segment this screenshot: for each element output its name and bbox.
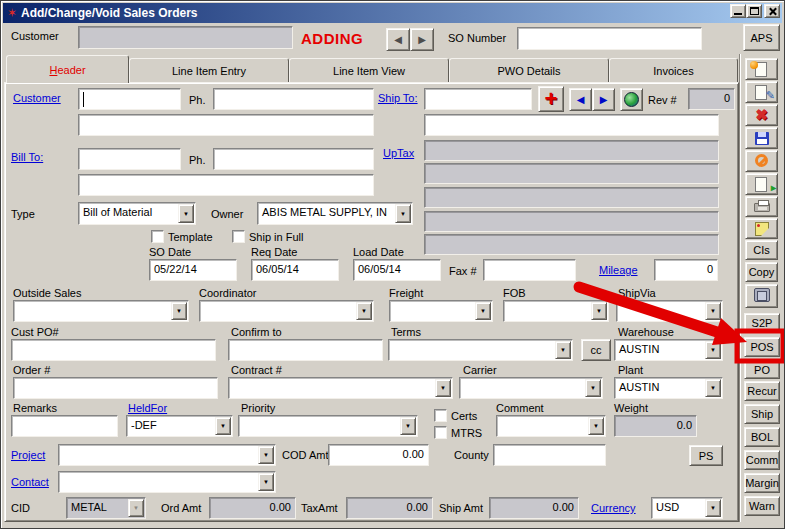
s2p-button[interactable]: S2P	[744, 313, 780, 333]
chevron-down-icon[interactable]: ▼	[258, 473, 274, 491]
freight-dropdown[interactable]: ▼	[389, 300, 493, 322]
ship-to-address-input[interactable]	[424, 114, 719, 136]
chevron-down-icon[interactable]: ▼	[475, 302, 491, 320]
cis-button[interactable]: CIs	[745, 240, 778, 260]
chevron-down-icon[interactable]: ▼	[400, 417, 416, 435]
chevron-down-icon[interactable]: ▼	[705, 302, 721, 320]
project-link[interactable]: Project	[11, 449, 45, 461]
margin-button[interactable]: Margin	[744, 473, 780, 493]
currency-dropdown[interactable]: USD▼	[651, 497, 723, 519]
customer-phone-input[interactable]	[213, 88, 374, 110]
ship-in-full-checkbox[interactable]	[232, 230, 245, 243]
chevron-down-icon[interactable]: ▼	[215, 417, 231, 435]
delete-record-button[interactable]: ✖	[745, 104, 778, 126]
chevron-down-icon[interactable]: ▼	[705, 499, 721, 517]
exit-form-button[interactable]: ▸	[745, 173, 778, 195]
shipvia-dropdown[interactable]: ▼	[616, 300, 723, 322]
contact-dropdown[interactable]: ▼	[58, 471, 276, 493]
chevron-down-icon[interactable]: ▼	[588, 417, 604, 435]
new-record-button[interactable]	[745, 58, 778, 80]
so-date-input[interactable]: 05/22/14	[149, 259, 237, 281]
remarks-input[interactable]	[11, 415, 118, 437]
prev-ship-to-button[interactable]: ◀	[569, 88, 592, 111]
vault-button[interactable]	[745, 284, 778, 308]
cust-po-input[interactable]	[11, 339, 216, 361]
prev-record-button[interactable]: ◀	[386, 28, 410, 51]
ship-to-link[interactable]: Ship To:	[378, 92, 418, 104]
chevron-down-icon[interactable]: ▼	[356, 302, 372, 320]
chevron-down-icon[interactable]: ▼	[705, 379, 721, 397]
outside-sales-dropdown[interactable]: ▼	[13, 300, 189, 322]
chevron-down-icon[interactable]: ▼	[585, 379, 601, 397]
heldfor-link[interactable]: HeldFor	[128, 402, 167, 414]
template-checkbox[interactable]	[151, 230, 164, 243]
minimize-icon[interactable]	[730, 4, 746, 18]
print-button[interactable]	[745, 196, 778, 217]
order-number-input[interactable]	[13, 377, 218, 399]
comm-button[interactable]: Comm	[744, 450, 780, 470]
pos-button[interactable]: POS	[744, 337, 780, 357]
recur-button[interactable]: Recur	[744, 381, 780, 401]
bill-to-code-input[interactable]	[78, 148, 181, 170]
priority-dropdown[interactable]: ▼	[238, 415, 418, 437]
plant-dropdown[interactable]: AUSTIN▼	[614, 377, 723, 399]
tab-header[interactable]: Header	[6, 55, 129, 83]
ps-button[interactable]: PS	[689, 445, 723, 466]
cod-amt-input[interactable]: 0.00	[328, 444, 429, 466]
carrier-dropdown[interactable]: ▼	[459, 377, 603, 399]
chevron-down-icon[interactable]: ▼	[178, 204, 194, 223]
warehouse-dropdown[interactable]: AUSTIN▼	[614, 339, 723, 361]
coordinator-dropdown[interactable]: ▼	[199, 300, 374, 322]
tab-invoices[interactable]: Invoices	[609, 58, 738, 83]
next-ship-to-button[interactable]: ▶	[592, 88, 615, 111]
save-record-button[interactable]	[745, 127, 778, 149]
uptax-link[interactable]: UpTax	[383, 147, 414, 159]
county-input[interactable]	[493, 444, 606, 466]
confirm-to-input[interactable]	[228, 339, 383, 361]
copy-button[interactable]: Copy	[745, 262, 778, 282]
project-dropdown[interactable]: ▼	[58, 444, 276, 466]
next-record-button[interactable]: ▶	[410, 28, 434, 51]
chevron-down-icon[interactable]: ▼	[258, 446, 274, 464]
bol-button[interactable]: BOL	[744, 427, 780, 447]
bill-to-link[interactable]: Bill To:	[11, 151, 43, 163]
req-date-input[interactable]: 06/05/14	[251, 259, 339, 281]
tab-pwo-details[interactable]: PWO Details	[449, 58, 609, 83]
certs-checkbox[interactable]	[434, 409, 447, 422]
ship-button[interactable]: Ship	[744, 404, 780, 424]
comment-dropdown[interactable]: ▼	[496, 415, 606, 437]
load-date-input[interactable]: 06/05/14	[353, 259, 441, 281]
add-ship-to-button[interactable]: +	[538, 86, 564, 112]
contract-dropdown[interactable]: ▼	[228, 377, 453, 399]
heldfor-dropdown[interactable]: -DEF▼	[126, 415, 233, 437]
notes-button[interactable]	[745, 218, 778, 239]
customer-address-input[interactable]	[78, 114, 374, 136]
owner-dropdown[interactable]: ABIS METAL SUPPLY, IN ▼	[257, 202, 413, 225]
tab-line-item-entry[interactable]: Line Item Entry	[129, 58, 289, 83]
chevron-down-icon[interactable]: ▼	[435, 379, 451, 397]
mileage-link[interactable]: Mileage	[599, 264, 638, 276]
warn-button[interactable]: Warn	[744, 496, 780, 516]
terms-dropdown[interactable]: ▼	[388, 339, 573, 361]
fax-input[interactable]	[483, 259, 576, 281]
po-button[interactable]: PO	[744, 360, 780, 379]
currency-link[interactable]: Currency	[591, 502, 636, 514]
customer-link[interactable]: Customer	[13, 92, 75, 104]
cc-button[interactable]: cc	[581, 339, 611, 361]
type-dropdown[interactable]: Bill of Material ▼	[78, 202, 196, 225]
edit-record-button[interactable]: ✎	[745, 81, 778, 103]
close-icon[interactable]	[764, 4, 780, 18]
aps-button[interactable]: APS	[743, 24, 780, 51]
map-button[interactable]	[620, 88, 643, 111]
contact-link[interactable]: Contact	[11, 476, 49, 488]
mtrs-checkbox[interactable]	[434, 426, 447, 439]
chevron-down-icon[interactable]: ▼	[171, 302, 187, 320]
chevron-down-icon[interactable]: ▼	[705, 341, 721, 359]
fob-dropdown[interactable]: ▼	[503, 300, 609, 322]
bill-to-address-input[interactable]	[78, 174, 374, 196]
chevron-down-icon[interactable]: ▼	[591, 302, 607, 320]
chevron-down-icon[interactable]: ▼	[555, 341, 571, 359]
so-number-input[interactable]	[517, 27, 702, 50]
chevron-down-icon[interactable]: ▼	[395, 204, 411, 223]
tab-line-item-view[interactable]: Line Item View	[289, 58, 449, 83]
